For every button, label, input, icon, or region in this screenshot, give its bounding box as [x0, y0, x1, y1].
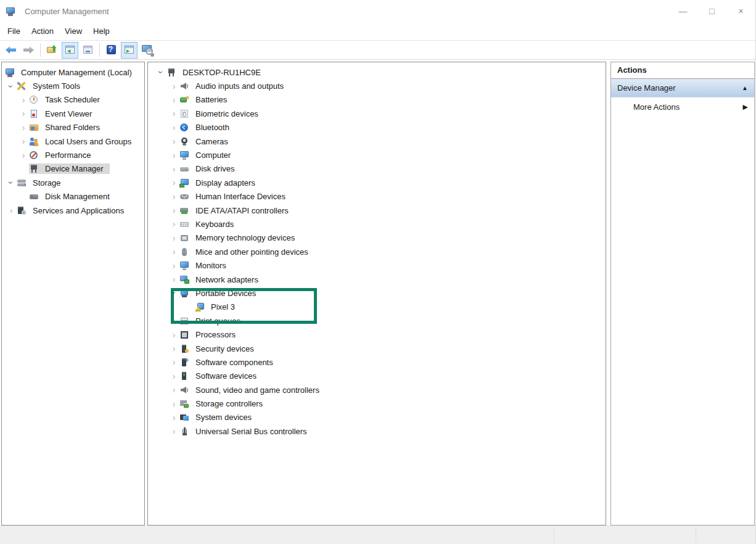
tree-item-system-tools[interactable]: System Tools — [2, 79, 144, 93]
tree-item-security-devices[interactable]: Security devices — [148, 342, 606, 355]
tree-item-computer[interactable]: Computer — [148, 148, 606, 162]
chevron-right-icon[interactable] — [168, 109, 179, 118]
chevron-right-icon[interactable] — [168, 219, 179, 229]
chevron-right-icon[interactable] — [168, 274, 179, 284]
tree-item-desktop-root[interactable]: DESKTOP-RU1HC9E — [148, 65, 606, 79]
tree-item-keyboards[interactable]: Keyboards — [148, 217, 606, 231]
device-tree: DESKTOP-RU1HC9E Audio inputs and outputs… — [148, 62, 606, 439]
tree-item-network-adapters[interactable]: Network adapters — [148, 273, 606, 286]
device-manager-view-button[interactable] — [139, 42, 155, 59]
tree-item-universal-serial-bus-controllers[interactable]: Universal Serial Bus controllers — [148, 424, 606, 438]
chevron-right-icon[interactable] — [168, 261, 179, 271]
chevron-down-icon[interactable] — [6, 81, 16, 92]
tree-item-storage-controllers[interactable]: Storage controllers — [148, 397, 606, 410]
maximize-button[interactable]: □ — [697, 0, 726, 22]
chevron-right-icon[interactable] — [168, 205, 179, 215]
tree-item-disk-management[interactable]: Disk Management — [2, 190, 144, 204]
menu-view[interactable]: View — [59, 24, 88, 38]
tree-item-services-and-applications[interactable]: Services and Applications — [2, 204, 144, 217]
chevron-right-icon[interactable] — [168, 247, 179, 257]
chevron-right-icon[interactable] — [168, 357, 179, 367]
chevron-right-icon[interactable] — [168, 344, 179, 353]
tree-item-software-components[interactable]: Software components — [148, 355, 606, 369]
tree-item-ide-ata-atapi-controllers[interactable]: IDE ATA/ATAPI controllers — [148, 204, 606, 217]
tree-item-monitors[interactable]: Monitors — [148, 258, 606, 272]
console-tree: Computer Management (Local) System Tools… — [2, 62, 144, 217]
chevron-right-icon[interactable] — [168, 371, 179, 381]
chevron-right-icon[interactable] — [168, 399, 179, 409]
tree-item-biometric-devices[interactable]: Biometric devices — [148, 107, 606, 120]
tree-item-local-users-and-groups[interactable]: Local Users and Groups — [2, 134, 144, 148]
tree-item-storage[interactable]: Storage — [2, 176, 144, 189]
show-action-pane-button[interactable] — [121, 42, 138, 59]
tree-item-computer-management[interactable]: Computer Management (Local) — [2, 65, 144, 79]
chevron-right-icon[interactable] — [168, 95, 179, 105]
monitor-icon — [179, 261, 189, 270]
tree-item-task-scheduler[interactable]: Task Scheduler — [2, 93, 144, 107]
chevron-right-icon[interactable] — [168, 330, 179, 340]
tree-item-sound-video-and-game-controllers[interactable]: Sound, video and game controllers — [148, 383, 606, 397]
chevron-right-icon[interactable] — [168, 164, 179, 174]
menu-help[interactable]: Help — [88, 24, 115, 38]
menu-file[interactable]: File — [2, 24, 26, 38]
chevron-right-icon[interactable] — [168, 123, 179, 133]
event-viewer-icon — [29, 109, 39, 118]
properties-button[interactable] — [80, 42, 96, 59]
tree-item-performance[interactable]: Performance — [2, 148, 144, 162]
collapse-arrow-icon[interactable]: ▲ — [742, 84, 748, 91]
tree-item-memory-technology-devices[interactable]: Memory technology devices — [148, 231, 606, 245]
chevron-right-icon[interactable] — [6, 205, 17, 215]
tree-item-print-queues[interactable]: Print queues — [148, 314, 606, 328]
chevron-right-icon[interactable] — [168, 385, 179, 395]
chevron-right-icon[interactable] — [168, 150, 179, 160]
tree-item-disk-drives[interactable]: Disk drives — [148, 162, 606, 176]
chevron-right-icon[interactable] — [18, 123, 29, 133]
tree-item-cameras[interactable]: Cameras — [148, 134, 606, 148]
chevron-right-icon[interactable] — [168, 178, 179, 188]
status-bar — [0, 525, 755, 544]
memory-card-icon — [179, 233, 189, 242]
minimize-button[interactable]: — — [668, 0, 697, 22]
chevron-right-icon[interactable] — [168, 136, 179, 146]
more-actions-item[interactable]: More Actions ▶ — [611, 97, 754, 116]
tree-item-mice-and-other-pointing-devices[interactable]: Mice and other pointing devices — [148, 245, 606, 258]
chevron-right-icon[interactable] — [168, 233, 179, 243]
chevron-right-icon[interactable] — [168, 316, 179, 326]
chevron-down-icon[interactable] — [169, 287, 179, 299]
tree-item-event-viewer[interactable]: Event Viewer — [2, 107, 144, 120]
tree-item-portable-devices[interactable]: Portable Devices — [148, 286, 606, 300]
chevron-right-icon[interactable] — [168, 81, 179, 91]
chevron-right-icon[interactable] — [168, 192, 179, 202]
chevron-right-icon[interactable] — [18, 95, 29, 105]
actions-group-device-manager[interactable]: Device Manager ▲ — [611, 79, 754, 97]
up-one-level-button[interactable] — [44, 42, 60, 59]
chevron-right-icon[interactable] — [18, 109, 29, 118]
chevron-right-icon[interactable] — [168, 426, 179, 436]
tree-item-processors[interactable]: Processors — [148, 328, 606, 341]
tree-item-system-devices[interactable]: System devices — [148, 411, 606, 424]
tree-item-bluetooth[interactable]: Bluetooth — [148, 121, 606, 134]
close-button[interactable]: × — [726, 0, 755, 22]
chevron-down-icon[interactable] — [156, 67, 166, 78]
tree-item-pixel-3[interactable]: Pixel 3 — [148, 300, 606, 314]
forward-button[interactable] — [20, 42, 37, 59]
properties-icon — [83, 45, 94, 55]
tree-item-batteries[interactable]: Batteries — [148, 93, 606, 107]
chevron-right-icon[interactable] — [18, 136, 29, 146]
tree-item-human-interface-devices[interactable]: Human Interface Devices — [148, 190, 606, 204]
menu-action[interactable]: Action — [26, 24, 59, 38]
chevron-right-icon[interactable] — [18, 150, 29, 160]
tree-item-display-adapters[interactable]: Display adapters — [148, 176, 606, 189]
tree-item-software-devices[interactable]: Software devices — [148, 369, 606, 383]
actions-group-title: Device Manager — [617, 83, 676, 93]
chevron-right-icon[interactable] — [168, 413, 179, 422]
bluetooth-icon — [179, 123, 189, 132]
help-button[interactable] — [103, 42, 120, 59]
show-console-tree-button[interactable] — [62, 42, 78, 59]
chevron-down-icon[interactable] — [6, 177, 16, 188]
back-button[interactable] — [2, 42, 19, 59]
monitor-icon — [179, 150, 189, 160]
tree-item-audio-inputs-and-outputs[interactable]: Audio inputs and outputs — [148, 79, 606, 93]
tree-item-device-manager[interactable]: Device Manager — [2, 162, 144, 176]
tree-item-shared-folders[interactable]: Shared Folders — [2, 121, 144, 134]
